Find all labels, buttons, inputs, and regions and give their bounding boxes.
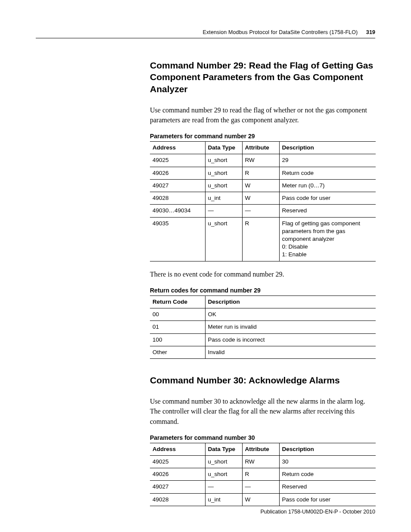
cell-description: Reserved [279, 205, 376, 217]
footer-publication: Publication 1758-UM002D-EN-P - October 2… [260, 509, 375, 515]
page-number: 319 [366, 29, 375, 35]
table-row: 49026 u_short R Return code [150, 468, 376, 481]
cell-address: 49035 [150, 217, 205, 261]
cell-code: Other [150, 346, 205, 358]
section-title-cmd30: Command Number 30: Acknowledge Alarms [150, 374, 376, 386]
table-params29: Address Data Type Attribute Description … [150, 141, 376, 261]
cell-attribute: W [242, 192, 279, 205]
cell-description: Pass code for user [279, 493, 376, 506]
section-intro-cmd30: Use command number 30 to acknowledge all… [150, 396, 376, 426]
cell-attribute: R [242, 217, 279, 261]
running-header: Extension Modbus Protocol for DataSite C… [203, 29, 375, 35]
table-retcodes29: Return Code Description 00 OK 01 Meter r… [150, 296, 376, 359]
cell-datatype: u_short [205, 217, 242, 261]
table-caption-params30: Parameters for command number 30 [150, 434, 376, 441]
cell-attribute: R [242, 167, 279, 179]
th-address: Address [150, 142, 205, 154]
table-row: 49027 — — Reserved [150, 481, 376, 493]
cell-datatype: u_short [205, 167, 242, 179]
cell-address: 49030…49034 [150, 205, 205, 217]
cell-description: Meter run is invalid [205, 321, 376, 333]
cell-address: 49026 [150, 167, 205, 179]
cell-datatype: u_short [205, 456, 242, 468]
table-row: 49028 u_int W Pass code for user [150, 493, 376, 506]
th-address: Address [150, 443, 205, 455]
cell-datatype: — [205, 205, 242, 217]
table-row: 49025 u_short RW 30 [150, 456, 376, 468]
cell-code: 01 [150, 321, 205, 333]
cell-description: Reserved [279, 481, 376, 493]
header-rule [36, 38, 375, 38]
th-description: Description [279, 142, 376, 154]
th-description: Description [279, 443, 376, 455]
table-row: 100 Pass code is incorrect [150, 333, 376, 346]
cell-description: 30 [279, 456, 376, 468]
cell-address: 49025 [150, 456, 205, 468]
th-attribute: Attribute [242, 142, 279, 154]
cell-address: 49028 [150, 192, 205, 205]
cell-attribute: — [242, 205, 279, 217]
th-return-code: Return Code [150, 296, 205, 308]
note-after-params29: There is no event code for command numbe… [150, 269, 376, 279]
cell-attribute: RW [242, 456, 279, 468]
cell-datatype: u_short [205, 468, 242, 481]
table-row: 49025 u_short RW 29 [150, 154, 376, 167]
table-caption-params29: Parameters for command number 29 [150, 133, 376, 140]
cell-description: Return code [279, 167, 376, 179]
cell-address: 49027 [150, 481, 205, 493]
th-datatype: Data Type [205, 443, 242, 455]
cell-description: Pass code is incorrect [205, 333, 376, 346]
cell-description: OK [205, 308, 376, 321]
table-row: 01 Meter run is invalid [150, 321, 376, 333]
table-row: 49035 u_short R Flag of getting gas comp… [150, 217, 376, 261]
cell-datatype: — [205, 481, 242, 493]
cell-attribute: — [242, 481, 279, 493]
cell-datatype: u_short [205, 179, 242, 192]
table-row: 49030…49034 — — Reserved [150, 205, 376, 217]
cell-address: 49027 [150, 179, 205, 192]
cell-description: Return code [279, 468, 376, 481]
cell-attribute: RW [242, 154, 279, 167]
table-row: 49027 u_short W Meter run (0…7) [150, 179, 376, 192]
th-datatype: Data Type [205, 142, 242, 154]
cell-address: 49028 [150, 493, 205, 506]
page-content: Command Number 29: Read the Flag of Gett… [150, 56, 376, 514]
table-caption-retcodes29: Return codes for command number 29 [150, 287, 376, 294]
cell-datatype: u_int [205, 493, 242, 506]
cell-datatype: u_short [205, 154, 242, 167]
cell-code: 00 [150, 308, 205, 321]
section-intro-cmd29: Use command number 29 to read the flag o… [150, 105, 376, 125]
cell-description: Meter run (0…7) [279, 179, 376, 192]
cell-attribute: R [242, 468, 279, 481]
cell-code: 100 [150, 333, 205, 346]
table-row: 49028 u_int W Pass code for user [150, 192, 376, 205]
table-row: 49026 u_short R Return code [150, 167, 376, 179]
table-header-row: Address Data Type Attribute Description [150, 443, 376, 455]
running-title: Extension Modbus Protocol for DataSite C… [203, 29, 358, 35]
cell-datatype: u_int [205, 192, 242, 205]
cell-description: Flag of getting gas component parameters… [279, 217, 376, 261]
table-header-row: Return Code Description [150, 296, 376, 308]
th-description: Description [205, 296, 376, 308]
table-row: Other Invalid [150, 346, 376, 358]
cell-address: 49025 [150, 154, 205, 167]
cell-attribute: W [242, 179, 279, 192]
table-row: 00 OK [150, 308, 376, 321]
cell-description: 29 [279, 154, 376, 167]
table-params30: Address Data Type Attribute Description … [150, 443, 376, 506]
cell-description: Pass code for user [279, 192, 376, 205]
cell-attribute: W [242, 493, 279, 506]
table-header-row: Address Data Type Attribute Description [150, 142, 376, 154]
section-title-cmd29: Command Number 29: Read the Flag of Gett… [150, 59, 376, 95]
th-attribute: Attribute [242, 443, 279, 455]
cell-address: 49026 [150, 468, 205, 481]
cell-description: Invalid [205, 346, 376, 358]
